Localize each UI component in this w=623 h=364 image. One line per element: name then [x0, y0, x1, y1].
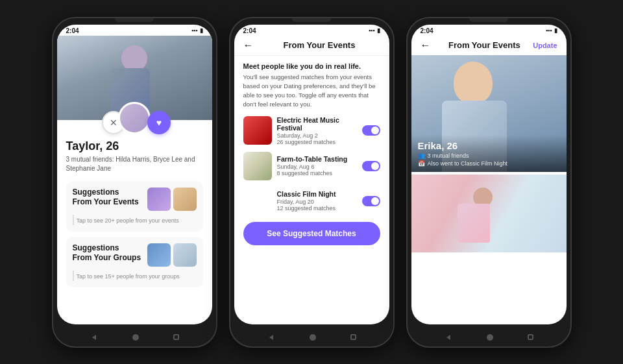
groups-section-header: SuggestionsFrom Your Groups	[73, 243, 197, 267]
event-matches-1: 26 suggested matches	[277, 139, 357, 145]
battery-icon-3: ▮	[554, 27, 557, 34]
profile-name-3: Erika, 26	[418, 140, 560, 151]
back-button[interactable]: ←	[243, 40, 254, 51]
events-section-title: SuggestionsFrom Your Events	[73, 188, 139, 208]
events-section[interactable]: SuggestionsFrom Your Events Tap to see 2…	[66, 181, 203, 232]
svg-marker-2	[446, 335, 450, 340]
update-button[interactable]: Update	[533, 42, 557, 49]
back-nav-3[interactable]	[444, 333, 453, 342]
home-nav-3[interactable]	[487, 334, 493, 341]
profile-name: Taylor, 26	[66, 140, 203, 153]
event-toggle-1[interactable]	[362, 125, 380, 136]
events-section-header: SuggestionsFrom Your Events	[73, 188, 197, 211]
like-button[interactable]: ♥	[147, 111, 171, 134]
event-thumb-film	[243, 187, 272, 215]
event-item-3: Classic Film Night Friday, Aug 20 12 sug…	[243, 187, 380, 215]
event-name-1: Electric Heat Music Festival	[277, 116, 357, 132]
event-thumb-festival	[243, 116, 272, 145]
events-hint: Tap to see 20+ people from your events	[73, 215, 197, 225]
page-title-3: From Your Events	[436, 40, 533, 50]
phone-3-header: ← From Your Events Update	[411, 36, 567, 55]
event-shared: Also went to Classic Film Night	[428, 160, 508, 167]
phone-3-status-bar: 2:04 ▪▪▪ ▮	[411, 25, 567, 36]
groups-thumbnails	[147, 243, 197, 267]
event-item-1: Electric Heat Music Festival Saturday, A…	[243, 116, 380, 145]
wifi-icon-2: ▪▪▪	[369, 27, 375, 34]
page-title: From Your Events	[259, 40, 380, 50]
event-thumb-1	[147, 188, 171, 211]
phone-2-time: 2:04	[243, 27, 256, 34]
phone-2: 2:04 ▪▪▪ ▮ ← From Your Events Meet peopl…	[229, 17, 395, 348]
mutual-friends: 3 mutual friends: Hilda Harris, Bryce Le…	[66, 155, 203, 173]
friends-icon: 👥	[418, 152, 425, 159]
phone-3-status-icons: ▪▪▪ ▮	[546, 27, 557, 34]
phone-2-nav	[230, 328, 393, 346]
phone-1-hero: ✕ ♥	[57, 36, 212, 120]
groups-section-title: SuggestionsFrom Your Groups	[73, 243, 141, 263]
intro-text: You'll see suggested matches from your e…	[243, 73, 380, 110]
phones-container: 2:04 ▪▪▪ ▮ ✕ ♥ Taylor, 26 3 mutual frien…	[39, 4, 585, 361]
event-date-1: Saturday, Aug 2	[277, 132, 357, 139]
phone-1-content: Taylor, 26 3 mutual friends: Hilda Harri…	[57, 120, 212, 324]
avatar	[118, 102, 151, 134]
profile-meta: 👥 3 mutual friends 📅 Also went to Classi…	[418, 152, 560, 167]
phone-2-header: ← From Your Events	[234, 36, 389, 56]
see-suggested-matches-button[interactable]: See Suggested Matches	[243, 222, 380, 245]
back-nav-2[interactable]	[267, 333, 276, 342]
back-button-3[interactable]: ←	[421, 40, 431, 51]
profile-photo: Erika, 26 👥 3 mutual friends 📅 Also went…	[411, 55, 567, 172]
groups-hint: Tap to see 15+ people from your groups	[73, 271, 197, 281]
scarf-person-figure	[411, 175, 567, 252]
svg-marker-1	[269, 335, 273, 340]
recents-nav-3[interactable]	[528, 334, 533, 340]
event-thumb-2	[173, 188, 197, 211]
phone-3-screen: 2:04 ▪▪▪ ▮ ← From Your Events Update Eri…	[411, 25, 567, 324]
event-thumb-tasting	[243, 152, 272, 180]
phone-3-nav	[408, 328, 570, 346]
recents-nav-2[interactable]	[350, 334, 356, 340]
event-name-3: Classic Film Night	[277, 190, 357, 199]
event-row: 📅 Also went to Classic Film Night	[418, 160, 560, 167]
event-item-2: Farm-to-Table Tasting Sunday, Aug 6 8 su…	[243, 152, 380, 180]
phone-1-nav	[53, 328, 216, 346]
phone-2-content: Meet people like you do in real life. Yo…	[234, 56, 389, 324]
event-info-2: Farm-to-Table Tasting Sunday, Aug 6 8 su…	[277, 155, 357, 176]
friends-row: 👥 3 mutual friends	[418, 152, 560, 159]
battery-icon: ▮	[200, 27, 203, 34]
second-photo	[411, 175, 567, 252]
event-date-2: Sunday, Aug 6	[277, 164, 357, 170]
intro-heading: Meet people like you do in real life.	[243, 62, 380, 70]
event-matches-2: 8 suggested matches	[277, 170, 357, 176]
back-nav[interactable]	[90, 333, 99, 342]
home-nav[interactable]	[132, 334, 139, 341]
event-info-1: Electric Heat Music Festival Saturday, A…	[277, 116, 357, 145]
phone-3: 2:04 ▪▪▪ ▮ ← From Your Events Update Eri…	[406, 17, 572, 348]
event-icon: 📅	[418, 160, 425, 167]
phone-1-time: 2:04	[66, 27, 79, 34]
event-toggle-3[interactable]	[362, 196, 380, 206]
event-matches-3: 12 suggested matches	[277, 205, 357, 212]
phone-3-time: 2:04	[421, 27, 434, 34]
events-thumbnails	[147, 188, 197, 211]
phone-1-screen: 2:04 ▪▪▪ ▮ ✕ ♥ Taylor, 26 3 mutual frien…	[57, 25, 212, 324]
phone-1-status-icons: ▪▪▪ ▮	[191, 27, 203, 34]
wifi-icon-3: ▪▪▪	[546, 27, 552, 34]
event-date-3: Friday, Aug 20	[277, 199, 357, 205]
phone-1-status-bar: 2:04 ▪▪▪ ▮	[57, 25, 212, 36]
friends-count: 3 mutual friends	[428, 152, 469, 159]
groups-section[interactable]: SuggestionsFrom Your Groups Tap to see 1…	[66, 237, 203, 287]
group-thumb-2	[173, 243, 197, 267]
home-nav-2[interactable]	[310, 334, 316, 341]
event-info-3: Classic Film Night Friday, Aug 20 12 sug…	[277, 190, 357, 212]
battery-icon-2: ▮	[377, 27, 380, 34]
phone-2-status-icons: ▪▪▪ ▮	[369, 27, 380, 34]
event-toggle-2[interactable]	[362, 161, 380, 171]
phone-1: 2:04 ▪▪▪ ▮ ✕ ♥ Taylor, 26 3 mutual frien…	[52, 17, 217, 348]
phone-2-screen: 2:04 ▪▪▪ ▮ ← From Your Events Meet peopl…	[234, 25, 389, 324]
group-thumb-1	[147, 243, 171, 267]
phone-2-status-bar: 2:04 ▪▪▪ ▮	[234, 25, 389, 36]
svg-marker-0	[92, 335, 96, 340]
recents-nav[interactable]	[173, 334, 179, 340]
wifi-icon: ▪▪▪	[191, 27, 198, 34]
profile-overlay: Erika, 26 👥 3 mutual friends 📅 Also went…	[411, 135, 567, 172]
